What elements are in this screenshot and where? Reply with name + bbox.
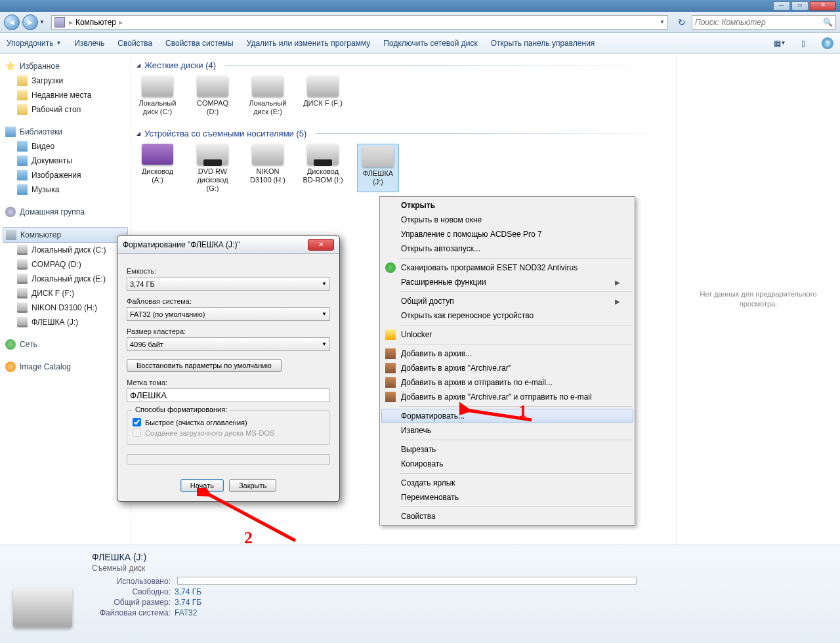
refresh-button[interactable]: ↻ — [675, 15, 689, 30]
sidebar-desktop[interactable]: Рабочий стол — [3, 102, 128, 117]
computer-header[interactable]: Компьютер — [3, 227, 128, 243]
filesystem-select[interactable]: FAT32 (по умолчанию)▼ — [127, 307, 330, 321]
drive-c[interactable]: Локальный диск (C:) — [136, 75, 178, 115]
image-catalog[interactable]: Image Catalog — [3, 360, 128, 374]
system-properties-button[interactable]: Свойства системы — [165, 39, 234, 48]
cm-share[interactable]: Общий доступ▶ — [381, 294, 633, 308]
cm-rar-add-named[interactable]: Добавить в архив "Archive.rar" — [381, 361, 633, 375]
preview-pane: Нет данных для предварительного просмотр… — [676, 54, 840, 545]
sidebar: Избранное Загрузки Недавние места Рабочи… — [0, 54, 131, 545]
close-button[interactable]: Закрыть — [229, 479, 276, 492]
volume-label-label: Метка тома: — [127, 379, 330, 386]
free-value: 3,74 ГБ — [175, 587, 201, 596]
history-dropdown[interactable]: ▼ — [39, 19, 45, 25]
cm-properties[interactable]: Свойства — [381, 509, 633, 524]
sidebar-drive-j[interactable]: ФЛЕШКА (J:) — [3, 315, 128, 329]
cm-separator — [400, 258, 632, 259]
search-box[interactable]: 🔍 — [692, 15, 836, 30]
cm-unlocker[interactable]: Unlocker — [381, 327, 633, 342]
cm-eset-scan[interactable]: Сканировать программой ESET NOD32 Antivi… — [381, 260, 633, 275]
drive-h[interactable]: NIKON D3100 (H:) — [247, 144, 289, 192]
sidebar-pictures[interactable]: Изображения — [3, 168, 128, 182]
cm-shortcut[interactable]: Создать ярлык — [381, 476, 633, 490]
cm-format[interactable]: Форматировать... — [381, 409, 633, 423]
map-drive-button[interactable]: Подключить сетевой диск — [383, 39, 477, 48]
drive-icon — [17, 288, 28, 299]
drive-a[interactable]: Дисковод (A:) — [136, 144, 178, 192]
cm-open[interactable]: Открыть — [381, 198, 633, 213]
documents-icon — [17, 156, 28, 166]
bdrom-icon — [307, 144, 339, 165]
cm-rar-email[interactable]: Добавить в архив и отправить по e-mail..… — [381, 375, 633, 390]
cm-acdsee[interactable]: Управление с помощью ACDSee Pro 7 — [381, 227, 633, 241]
cm-cut[interactable]: Вырезать — [381, 442, 633, 457]
drive-i[interactable]: Дисковод BD-ROM (I:) — [302, 144, 344, 192]
sidebar-drive-h[interactable]: NIKON D3100 (H:) — [3, 301, 128, 315]
eject-button[interactable]: Извлечь — [74, 39, 104, 48]
properties-button[interactable]: Свойства — [117, 39, 152, 48]
context-menu: Открыть Открыть в новом окне Управление … — [379, 196, 635, 526]
network-header[interactable]: Сеть — [3, 337, 128, 352]
maximize-button[interactable]: ▭ — [791, 1, 808, 10]
cm-open-new-window[interactable]: Открыть в новом окне — [381, 213, 633, 227]
organize-menu[interactable]: Упорядочить▼ — [7, 39, 61, 48]
cm-rar-named-email[interactable]: Добавить в архив "Archive.rar" и отправи… — [381, 390, 633, 404]
forward-button[interactable]: ► — [22, 14, 38, 30]
sidebar-music[interactable]: Музыка — [3, 182, 128, 197]
sidebar-recent[interactable]: Недавние места — [3, 88, 128, 102]
rar-icon — [385, 348, 396, 359]
quick-format-checkbox[interactable]: Быстрое (очистка оглавления) — [133, 418, 324, 426]
drive-f[interactable]: ДИСК F (F:) — [302, 75, 344, 115]
group-hard-disks[interactable]: ◢Жесткие диски (4) — [136, 60, 671, 70]
cm-eject[interactable]: Извлечь — [381, 423, 633, 438]
library-icon — [5, 127, 16, 137]
cluster-select[interactable]: 4096 байт▼ — [127, 337, 330, 351]
address-dropdown[interactable]: ▼ — [660, 19, 665, 25]
drive-g[interactable]: DVD RW дисковод (G:) — [192, 144, 234, 192]
capacity-select[interactable]: 3,74 ГБ▼ — [127, 277, 330, 291]
used-label: Использовано: — [92, 577, 171, 586]
control-panel-button[interactable]: Открыть панель управления — [491, 39, 595, 48]
libraries-header[interactable]: Библиотеки — [3, 125, 128, 139]
sidebar-downloads[interactable]: Загрузки — [3, 73, 128, 88]
homegroup-header[interactable]: Домашняя группа — [3, 205, 128, 219]
cm-autoplay[interactable]: Открыть автозапуск... — [381, 241, 633, 256]
cm-ext-functions[interactable]: Расширенные функции▶ — [381, 275, 633, 289]
start-button[interactable]: Начать — [180, 479, 224, 492]
back-button[interactable]: ◄ — [4, 14, 20, 30]
hdd-icon — [307, 75, 339, 96]
search-input[interactable] — [695, 18, 823, 27]
view-mode-button[interactable]: ▦▼ — [774, 38, 785, 49]
filesystem-label: Файловая система: — [127, 297, 330, 305]
help-button[interactable]: ? — [822, 37, 833, 49]
cm-rename[interactable]: Переименовать — [381, 490, 633, 505]
dialog-close-button[interactable]: ✕ — [308, 239, 334, 251]
folder-icon — [17, 75, 28, 86]
pictures-icon — [17, 170, 28, 180]
sidebar-drive-c[interactable]: Локальный диск (C:) — [3, 243, 128, 257]
sidebar-documents[interactable]: Документы — [3, 154, 128, 168]
cm-copy[interactable]: Копировать — [381, 457, 633, 471]
cm-separator — [400, 325, 632, 325]
restore-defaults-button[interactable]: Восстановить параметры по умолчанию — [127, 359, 282, 372]
drive-j-selected[interactable]: ФЛЕШКА (J:) — [357, 144, 399, 192]
sidebar-drive-e[interactable]: Локальный диск (E:) — [3, 272, 128, 286]
sidebar-video[interactable]: Видео — [3, 139, 128, 154]
favorites-header[interactable]: Избранное — [3, 59, 128, 73]
sidebar-drive-f[interactable]: ДИСК F (F:) — [3, 286, 128, 301]
drive-d[interactable]: COMPAQ (D:) — [192, 75, 234, 115]
dialog-title-bar[interactable]: Форматирование "ФЛЕШКА (J:)" ✕ — [117, 236, 339, 254]
cm-rar-add[interactable]: Добавить в архив... — [381, 346, 633, 361]
cm-portable[interactable]: Открыть как переносное устройство — [381, 308, 633, 323]
sidebar-drive-d[interactable]: COMPAQ (D:) — [3, 257, 128, 272]
volume-label-input[interactable] — [127, 388, 330, 402]
breadcrumb-computer[interactable]: Компьютер — [74, 18, 117, 27]
address-bar[interactable]: ▸ Компьютер ▸ ▼ — [51, 15, 668, 30]
minimize-button[interactable]: — — [773, 1, 790, 10]
drive-e[interactable]: Локальный диск (E:) — [247, 75, 289, 115]
preview-toggle-button[interactable]: ▯ — [798, 38, 808, 49]
group-removable[interactable]: ◢Устройства со съемными носителями (5) — [136, 129, 671, 138]
search-icon: 🔍 — [823, 18, 833, 27]
uninstall-button[interactable]: Удалить или изменить программу — [247, 39, 371, 48]
close-button[interactable]: ✕ — [810, 1, 836, 10]
